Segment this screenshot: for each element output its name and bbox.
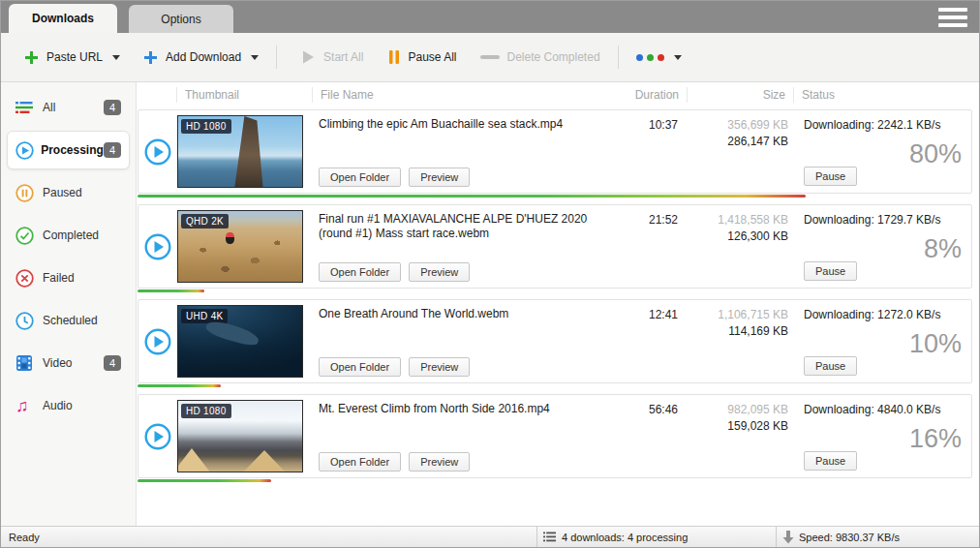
pause-all-label: Pause All xyxy=(408,50,456,64)
size-downloaded: 159,028 KB xyxy=(686,419,788,433)
chevron-down-icon[interactable] xyxy=(251,55,259,60)
video-thumbnail[interactable]: QHD 2K xyxy=(177,210,303,283)
preview-button[interactable]: Preview xyxy=(409,167,470,187)
add-download-button[interactable]: Add Download xyxy=(136,45,266,71)
size-total: 982,095 KB xyxy=(686,403,788,416)
preview-button[interactable]: Preview xyxy=(409,452,470,472)
video-thumbnail[interactable]: UHD 4K xyxy=(177,305,303,378)
start-all-button[interactable]: Start All xyxy=(292,44,371,71)
resume-download-button[interactable] xyxy=(144,233,171,260)
plus-icon xyxy=(143,50,158,65)
delete-completed-label: Delete Completed xyxy=(507,50,600,64)
download-row: HD 1080 Climbing the epic Am Buachaille … xyxy=(138,109,972,194)
add-download-label: Add Download xyxy=(166,50,241,64)
app-window: Downloads Options Paste URL Add Download xyxy=(0,0,980,548)
download-status: Downloading: 2242.1 KB/s xyxy=(804,118,962,132)
delete-completed-button[interactable]: Delete Completed xyxy=(473,45,608,70)
open-folder-button[interactable]: Open Folder xyxy=(319,262,401,282)
header-duration[interactable]: Duration xyxy=(609,87,687,103)
sidebar-item-label: Paused xyxy=(43,186,121,199)
pause-button[interactable]: Pause xyxy=(804,451,857,471)
open-folder-button[interactable]: Open Folder xyxy=(319,167,401,187)
open-folder-button[interactable]: Open Folder xyxy=(319,357,401,377)
size-downloaded: 114,169 KB xyxy=(686,324,788,338)
video-thumbnail[interactable]: HD 1080 xyxy=(177,115,303,188)
size-total: 1,418,558 KB xyxy=(686,213,788,227)
sidebar-item-badge: 4 xyxy=(104,100,121,115)
video-film-icon xyxy=(15,353,37,373)
content-area: All 4 Processing 4 xyxy=(1,82,979,526)
sidebar-item-paused[interactable]: Paused xyxy=(7,173,130,212)
sidebar-item-label: Scheduled xyxy=(43,314,121,327)
download-percent: 8% xyxy=(924,234,962,264)
pause-button[interactable]: Pause xyxy=(804,261,857,281)
download-row: QHD 2K Final run #1 MAXIAVALANCHE ALPE D… xyxy=(138,204,972,289)
resume-download-button[interactable] xyxy=(144,328,171,355)
download-arrow-icon xyxy=(782,531,794,544)
file-name: One Breath Around The World.webm xyxy=(319,307,598,321)
header-status[interactable]: Status xyxy=(793,87,972,103)
sidebar-item-label: Audio xyxy=(43,399,121,412)
preview-button[interactable]: Preview xyxy=(409,357,470,377)
toolbar-separator xyxy=(618,46,619,69)
tab-downloads[interactable]: Downloads xyxy=(9,4,117,33)
list-all-icon xyxy=(15,98,37,117)
size-downloaded: 126,300 KB xyxy=(686,229,788,243)
open-folder-button[interactable]: Open Folder xyxy=(319,452,401,472)
sidebar-item-label: Processing xyxy=(41,143,104,157)
download-percent: 80% xyxy=(909,139,962,169)
sidebar-item-all[interactable]: All 4 xyxy=(7,88,130,127)
sidebar-item-video[interactable]: Video 4 xyxy=(7,344,130,382)
download-row-card[interactable]: QHD 2K Final run #1 MAXIAVALANCHE ALPE D… xyxy=(138,204,972,289)
dash-icon xyxy=(480,54,500,60)
play-circle-icon xyxy=(144,328,171,355)
sidebar-item-audio[interactable]: ♫ Audio xyxy=(7,386,130,425)
file-name: Final run #1 MAXIAVALANCHE ALPE D'HUEZ 2… xyxy=(319,212,598,241)
download-row-card[interactable]: UHD 4K One Breath Around The World.webm … xyxy=(138,299,972,383)
sidebar-item-failed[interactable]: Failed xyxy=(7,259,130,297)
status-speed: Speed: 9830.37 KB/s xyxy=(799,532,900,543)
pause-button[interactable]: Pause xyxy=(804,356,857,376)
sidebar-item-label: Completed xyxy=(43,228,121,242)
pause-button[interactable]: Pause xyxy=(804,167,857,186)
table-header: Thumbnail File Name Duration Size Status xyxy=(138,82,972,107)
downloads-list: Thumbnail File Name Duration Size Status xyxy=(137,82,979,526)
download-row-card[interactable]: HD 1080 Mt. Everest Climb from North Sid… xyxy=(138,394,972,478)
paste-url-button[interactable]: Paste URL xyxy=(16,45,128,71)
more-actions-button[interactable] xyxy=(628,48,689,67)
video-thumbnail[interactable]: HD 1080 xyxy=(177,400,303,472)
header-thumbnail[interactable]: Thumbnail xyxy=(176,87,312,103)
pause-icon xyxy=(388,49,400,65)
duration-value: 10:37 xyxy=(608,110,686,193)
status-ready: Ready xyxy=(1,532,536,543)
resume-download-button[interactable] xyxy=(144,423,171,450)
header-size[interactable]: Size xyxy=(687,87,793,103)
start-all-label: Start All xyxy=(323,50,363,64)
header-file-name[interactable]: File Name xyxy=(312,87,609,103)
pause-all-button[interactable]: Pause All xyxy=(381,44,464,71)
progress-bar xyxy=(138,479,271,482)
play-icon xyxy=(300,49,316,65)
resume-download-button[interactable] xyxy=(144,138,171,166)
toolbar: Paste URL Add Download Start All Pause A… xyxy=(1,33,979,82)
sidebar-item-completed[interactable]: Completed xyxy=(7,216,130,255)
processing-play-icon xyxy=(15,140,35,160)
menu-hamburger-icon[interactable] xyxy=(938,8,967,27)
paste-url-label: Paste URL xyxy=(46,50,103,64)
download-row-card[interactable]: HD 1080 Climbing the epic Am Buachaille … xyxy=(138,109,972,194)
sidebar-item-scheduled[interactable]: Scheduled xyxy=(7,301,130,340)
tab-options[interactable]: Options xyxy=(129,5,233,33)
sidebar-item-badge: 4 xyxy=(104,355,121,371)
download-status: Downloading: 1729.7 KB/s xyxy=(804,213,962,227)
sidebar-item-processing[interactable]: Processing 4 xyxy=(7,131,130,169)
play-circle-icon xyxy=(144,423,171,450)
quality-badge: QHD 2K xyxy=(181,214,229,228)
sidebar: All 4 Processing 4 xyxy=(1,82,137,526)
quality-badge: UHD 4K xyxy=(181,309,228,323)
chevron-down-icon[interactable] xyxy=(674,55,682,60)
download-row: HD 1080 Mt. Everest Climb from North Sid… xyxy=(138,394,972,478)
size-total: 1,106,715 KB xyxy=(686,308,788,321)
chevron-down-icon[interactable] xyxy=(112,55,120,60)
preview-button[interactable]: Preview xyxy=(409,262,470,282)
ellipsis-dots-icon xyxy=(636,54,664,61)
